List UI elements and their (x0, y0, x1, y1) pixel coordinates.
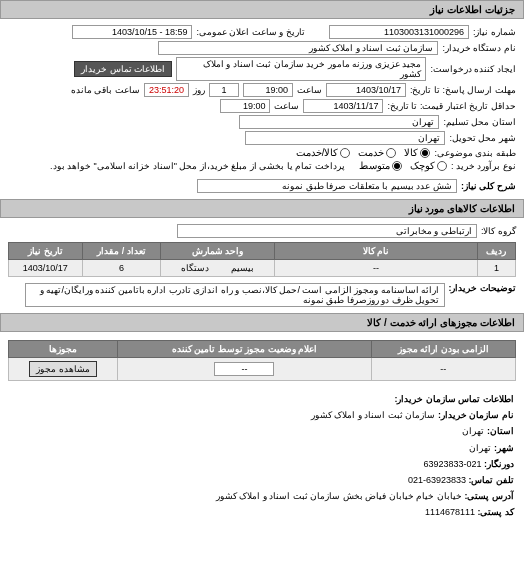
value-contact-postal: 1114678111 (425, 507, 475, 517)
value-buyer-notes: ارائه اساسنامه ومجوز الزامی است /حمل کال… (25, 283, 445, 307)
value-need-no: 1103003131000296 (329, 25, 469, 39)
value-validity-time: 19:00 (220, 99, 270, 113)
value-reply-date: 1403/10/17 (326, 83, 406, 97)
label-announce-date: تاریخ و ساعت اعلان عمومی: (196, 27, 305, 37)
radio-medium[interactable]: متوسط (359, 160, 402, 171)
value-delivery-city: تهران (245, 131, 445, 145)
permits-table: الزامی بودن ارائه مجوز اعلام وضعیت مجوز … (8, 340, 516, 381)
buyer-contact-button[interactable]: اطلاعات تماس خریدار (74, 61, 172, 77)
goods-table: ردیف نام کالا واحد شمارش تعداد / مقدار ت… (8, 242, 516, 277)
cell-date: 1403/10/17 (9, 260, 83, 277)
label-delivery-city: شهر محل تحویل: (449, 133, 516, 143)
radio-label-goods: کالا (404, 147, 418, 158)
cell-unit: بیسیم دستگاه (161, 260, 275, 277)
permit-status-select[interactable]: -- (214, 362, 274, 376)
value-contact-province: تهران (462, 426, 484, 436)
cell-unit-label: بیسیم (231, 263, 254, 273)
radio-icon (437, 161, 447, 171)
cell-qty: 6 (82, 260, 161, 277)
label-contact-org: نام سازمان خریدار: (438, 410, 514, 420)
subject-class-radios: کالا خدمت کالا/خدمت (296, 147, 431, 158)
label-buyer-org: نام دستگاه خریدار: (442, 43, 516, 53)
label-validity: حداقل تاریخ اعتبار قیمت: تا تاریخ: (387, 101, 516, 111)
label-contact-fax: دورنگار: (484, 459, 514, 469)
value-need-desc: شش عدد بیسیم با متعلقات صرفا طبق نمونه (197, 179, 457, 193)
value-contact-org: سازمان ثبت اسناد و املاک کشور (311, 410, 436, 420)
label-time-1: ساعت (297, 85, 322, 95)
cell-row: 1 (477, 260, 515, 277)
section-goods-header: اطلاعات کالاهای مورد نیاز (0, 199, 524, 218)
th-name: نام کالا (275, 243, 478, 260)
th-permit-required: الزامی بودن ارائه مجوز (371, 341, 515, 358)
payment-radios: کوچک متوسط (359, 160, 447, 171)
label-day: روز (193, 85, 205, 95)
table-row: 1 -- بیسیم دستگاه 6 1403/10/17 (9, 260, 516, 277)
radio-label-both: کالا/خدمت (296, 147, 339, 158)
th-row: ردیف (477, 243, 515, 260)
label-remaining: ساعت باقی مانده (71, 85, 140, 95)
payment-note: پرداخت تمام یا بخشی از مبلغ خرید،از محل … (50, 161, 345, 171)
value-reply-time: 19:00 (243, 83, 293, 97)
radio-icon (340, 148, 350, 158)
label-payment-type: نوع برآورد خرید : (451, 161, 516, 171)
value-buyer-org: سازمان ثبت اسناد و املاک کشور (158, 41, 438, 55)
details-form: شماره نیاز: 1103003131000296 تاریخ و ساع… (0, 19, 524, 199)
radio-label-medium: متوسط (359, 160, 390, 171)
th-unit: واحد شمارش (161, 243, 275, 260)
label-location: استان محل تسلیم: (443, 117, 516, 127)
value-requester: مجید عزیزی ورزنه مامور خرید سازمان ثبت ا… (176, 57, 426, 81)
th-permit-status: اعلام وضعیت مجوز توسط تامین کننده (118, 341, 372, 358)
label-contact-city: شهر: (494, 443, 514, 453)
cell-permit-status: -- (118, 358, 372, 381)
value-remaining-time: 23:51:20 (144, 83, 189, 97)
value-goods-group: ارتباطی و مخابراتی (177, 224, 477, 238)
cell-permit-action: مشاهده مجوز (9, 358, 118, 381)
label-time-2: ساعت (274, 101, 299, 111)
value-contact-address: خیابان خیام خیابان فیاض بخش سازمان ثبت ا… (216, 491, 462, 501)
value-contact-fax: 021-63923833 (423, 459, 481, 469)
value-contact-city: تهران (469, 443, 491, 453)
permits-form: ۰۲۱-۸۸۳۴۹۶۷۰-۵ الزامی بودن ارائه مجوز اع… (0, 332, 524, 385)
label-goods-group: گروه کالا: (481, 226, 516, 236)
radio-label-small: کوچک (410, 160, 435, 171)
th-permits: مجوزها (9, 341, 118, 358)
label-contact-address: آدرس پستی: (465, 491, 515, 501)
radio-small[interactable]: کوچک (410, 160, 447, 171)
th-date: تاریخ نیاز (9, 243, 83, 260)
permit-row: -- -- مشاهده مجوز (9, 358, 516, 381)
radio-service[interactable]: خدمت (358, 147, 396, 158)
radio-both[interactable]: کالا/خدمت (296, 147, 351, 158)
value-remaining-days: 1 (209, 83, 239, 97)
radio-label-service: خدمت (358, 147, 384, 158)
contact-section: اطلاعات تماس سازمان خریدار: نام سازمان خ… (0, 385, 524, 527)
contact-header: اطلاعات تماس سازمان خریدار: (10, 391, 514, 407)
label-subject-class: طبقه بندی موضوعی: (434, 148, 516, 158)
cell-permit-required: -- (371, 358, 515, 381)
label-requester: ایجاد کننده درخواست: (430, 64, 516, 74)
cell-name: -- (275, 260, 478, 277)
radio-icon (392, 161, 402, 171)
label-buyer-notes: توضیحات خریدار: (449, 283, 517, 293)
cell-unit-sub: دستگاه (181, 263, 209, 273)
value-validity-date: 1403/11/17 (303, 99, 383, 113)
value-contact-tel: 63923833-021 (408, 475, 466, 485)
section-details-header: جزئیات اطلاعات نیاز (0, 0, 524, 19)
label-contact-postal: کد پستی: (478, 507, 515, 517)
radio-icon (420, 148, 430, 158)
th-qty: تعداد / مقدار (82, 243, 161, 260)
goods-form: گروه کالا: ارتباطی و مخابراتی ردیف نام ک… (0, 218, 524, 313)
radio-icon (386, 148, 396, 158)
view-permit-button[interactable]: مشاهده مجوز (29, 361, 97, 377)
label-contact-tel: تلفن تماس: (469, 475, 515, 485)
value-location: تهران (239, 115, 439, 129)
label-need-no: شماره نیاز: (473, 27, 516, 37)
label-need-desc: شرح کلی نیاز: (461, 181, 516, 191)
section-permits-header: اطلاعات مجوزهای ارائه خدمت / کالا (0, 313, 524, 332)
label-reply-deadline: مهلت ارسال پاسخ: تا تاریخ: (410, 85, 516, 95)
label-contact-province: استان: (487, 426, 514, 436)
value-announce-date: 18:59 - 1403/10/15 (72, 25, 192, 39)
radio-goods[interactable]: کالا (404, 147, 430, 158)
